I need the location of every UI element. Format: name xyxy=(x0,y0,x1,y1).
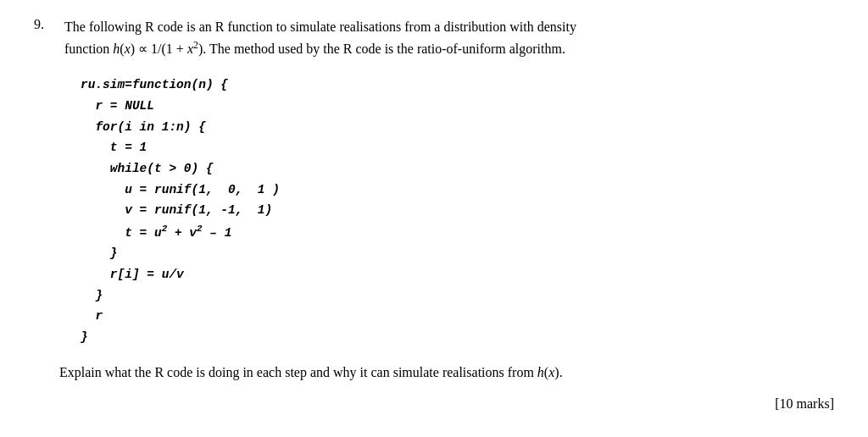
code-line-6: u = runif(1, 0, 1 ) xyxy=(81,180,834,201)
math-h: h xyxy=(113,41,120,56)
math-sup: 2 xyxy=(193,39,198,51)
explain-math-x: x xyxy=(548,365,554,379)
question-header: 9. The following R code is an R function… xyxy=(34,17,834,59)
question-intro-line2: function h(x) ∝ 1/(1 + x2). The method u… xyxy=(64,37,576,59)
explain-math-h: h xyxy=(537,365,544,379)
code-line-3: for(i in 1:n) { xyxy=(81,117,834,138)
code-line-8: t = u2 + v2 – 1 xyxy=(81,221,834,243)
code-line-12: r xyxy=(81,306,834,327)
math-x2: x xyxy=(187,41,193,56)
question-intro: The following R code is an R function to… xyxy=(64,17,576,59)
question-container: 9. The following R code is an R function… xyxy=(34,17,834,412)
code-line-9: } xyxy=(81,243,834,264)
marks-line: [10 marks] xyxy=(34,396,834,412)
code-line-1: ru.sim=function(n) { xyxy=(81,75,834,96)
code-line-7: v = runif(1, -1, 1) xyxy=(81,200,834,221)
question-intro-line1: The following R code is an R function to… xyxy=(64,17,576,37)
code-line-5: while(t > 0) { xyxy=(81,158,834,180)
math-x: x xyxy=(125,41,131,56)
explain-text: Explain what the R code is doing in each… xyxy=(59,362,834,383)
code-line-4: t = 1 xyxy=(81,137,834,158)
code-line-2: r = NULL xyxy=(81,96,834,117)
code-line-13: } xyxy=(81,327,834,348)
code-line-10: r[i] = u/v xyxy=(81,264,834,285)
code-line-11: } xyxy=(81,285,834,307)
code-block: ru.sim=function(n) { r = NULL for(i in 1… xyxy=(81,75,834,347)
question-number: 9. xyxy=(34,17,58,32)
